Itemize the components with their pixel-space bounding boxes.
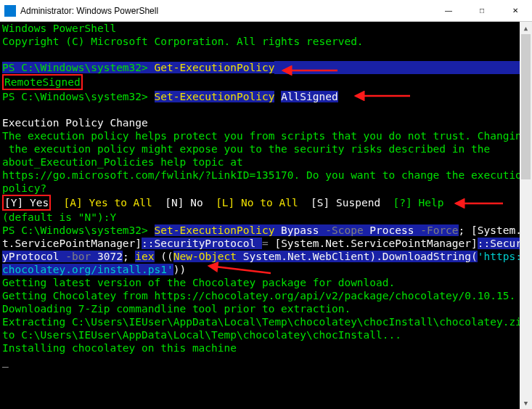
prompt-line-1: PS C:\Windows\system32> Get-ExecutionPol… bbox=[2, 61, 517, 74]
policy-change-title: Execution Policy Change bbox=[2, 116, 517, 129]
result-line: RemoteSigned bbox=[2, 74, 517, 90]
policy-change-body: The execution policy helps protect you f… bbox=[2, 129, 517, 195]
close-button[interactable]: ✕ bbox=[499, 0, 532, 21]
output-line: Getting latest version of the Chocolatey… bbox=[2, 276, 517, 289]
output-line: Extracting C:\Users\IEUser\AppData\Local… bbox=[2, 315, 517, 328]
option-yes: [Y] Yes bbox=[2, 195, 51, 211]
window-title: Administrator: Windows PowerShell bbox=[20, 6, 432, 16]
powershell-icon bbox=[4, 5, 16, 17]
option-suspend: [S] Suspend bbox=[311, 197, 380, 208]
execution-policy-result: RemoteSigned bbox=[2, 74, 83, 90]
command: Get-ExecutionPolicy bbox=[155, 62, 275, 73]
cursor: _ bbox=[2, 355, 517, 368]
window-controls: — □ ✕ bbox=[432, 0, 532, 21]
option-no: [N] No bbox=[165, 197, 202, 208]
vertical-scrollbar[interactable]: ▲ ▼ bbox=[520, 22, 532, 409]
maximize-button[interactable]: □ bbox=[465, 0, 499, 21]
terminal-body[interactable]: Windows PowerShell Copyright (C) Microso… bbox=[0, 22, 532, 409]
prompt: PS C:\Windows\system32> bbox=[2, 62, 155, 73]
policy-options: [Y] Yes [A] Yes to All [N] No [L] No to … bbox=[2, 195, 517, 211]
window-titlebar: Administrator: Windows PowerShell — □ ✕ bbox=[0, 0, 532, 22]
prompt-line-2: PS C:\Windows\system32> Set-ExecutionPol… bbox=[2, 90, 517, 103]
prompt: PS C:\Windows\system32> bbox=[2, 91, 155, 102]
option-noall: [L] No to All bbox=[216, 197, 298, 208]
output-line: Installing chocolatey on this machine bbox=[2, 341, 517, 355]
scroll-down-icon[interactable]: ▼ bbox=[520, 397, 532, 409]
output-line: Downloading 7-Zip commandline tool prior… bbox=[2, 302, 517, 315]
prompt-line-3: PS C:\Windows\system32> Set-ExecutionPol… bbox=[2, 224, 517, 237]
minimize-button[interactable]: — bbox=[432, 0, 465, 21]
output-line: Getting Chocolatey from https://chocolat… bbox=[2, 289, 517, 302]
user-answer: Y bbox=[110, 211, 116, 223]
banner-line: Windows PowerShell bbox=[2, 22, 517, 35]
output-line: to C:\Users\IEUser\AppData\Local\Temp\ch… bbox=[2, 328, 517, 341]
option-help: [?] Help bbox=[393, 197, 444, 208]
scroll-up-icon[interactable]: ▲ bbox=[520, 22, 532, 34]
banner-line: Copyright (C) Microsoft Corporation. All… bbox=[2, 35, 517, 48]
scrollbar-thumb[interactable] bbox=[521, 34, 531, 179]
default-prompt: (default is "N"):Y bbox=[2, 211, 517, 224]
option-all: [A] Yes to All bbox=[64, 197, 152, 208]
